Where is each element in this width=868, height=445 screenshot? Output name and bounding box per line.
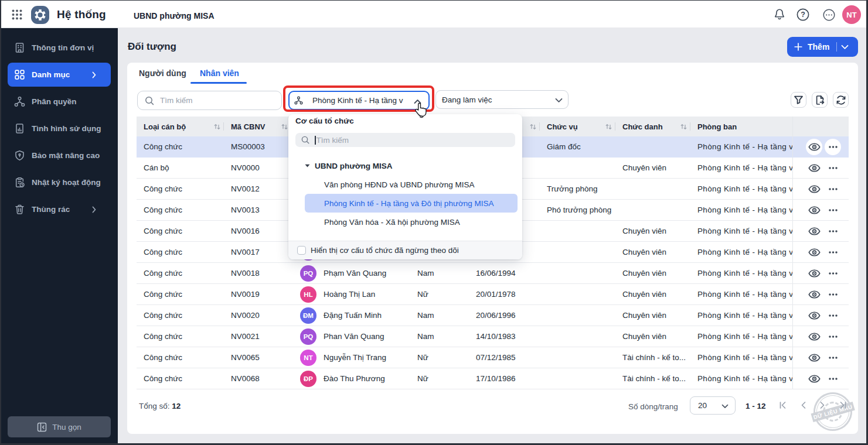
- svg-text:?: ?: [801, 11, 805, 19]
